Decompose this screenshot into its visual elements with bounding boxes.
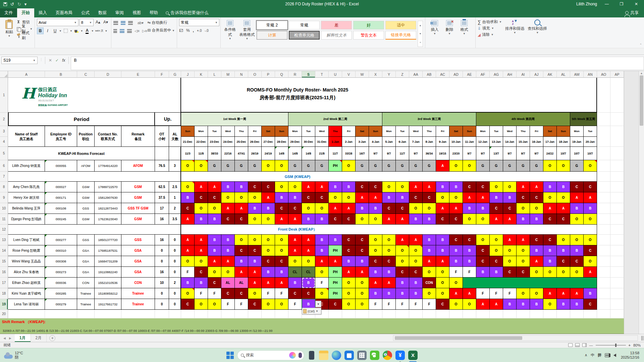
shift-cell-6-15[interactable]: G [369,160,382,172]
shift-cell-18-6[interactable]: O [248,288,262,299]
shift-cell-17-13[interactable]: O [342,278,356,288]
shift-cell-14-29[interactable]: B [557,245,570,256]
shift-cell-6-31[interactable]: O [584,160,597,172]
shift-cell-9-13[interactable]: O [342,192,356,203]
shift-cell-19-25[interactable]: B [503,299,517,310]
shift-cell-6-16[interactable]: G [382,160,396,172]
shift-cell-8-2[interactable]: A [195,182,208,192]
shift-cell-15-5[interactable]: B [235,256,248,267]
shift-cell-10-4[interactable]: A [221,203,235,214]
col-header-M[interactable]: M [221,71,235,78]
shift-cell-8-25[interactable]: O [503,182,517,192]
col-header-AJ[interactable]: AJ [530,71,543,78]
forecast-4[interactable]: 22/16 [221,147,235,160]
staff-id[interactable]: 000279 [45,299,77,310]
empty-cell[interactable] [597,147,610,160]
taskbar-utility-app[interactable] [357,351,367,360]
shift-cell-15-25[interactable]: O [503,256,517,267]
shift-cell-17-4[interactable]: AL [221,278,235,288]
shift-cell-11-31[interactable]: O [584,214,597,225]
staff-name[interactable]: Henry Xie 谢沃明 [8,192,45,203]
shift-cell-14-16[interactable]: O [382,245,396,256]
ribbon-tab-2[interactable]: 开始 [17,8,34,17]
col-header-S[interactable]: S [302,71,315,78]
shift-cell-19-26[interactable]: B [517,299,530,310]
col-header-X[interactable]: X [369,71,382,78]
staff-id[interactable]: 000245 [45,214,77,225]
shift-cell-9-19[interactable]: C [423,192,436,203]
row-header-8[interactable]: 8 [0,182,8,192]
shift-cell-6-17[interactable]: G [396,160,409,172]
shift-cell-19-27[interactable]: B [530,299,543,310]
ribbon-tab-8[interactable]: 视图 [128,8,145,17]
staff-contact[interactable]: 16684731209 [95,256,121,267]
close-button[interactable]: ✕ [631,2,641,6]
shift-cell-10-25[interactable]: C [503,203,517,214]
start-button[interactable] [226,352,234,359]
shift-cell-19-14[interactable]: O [356,299,369,310]
shift-cell-17-3[interactable]: C [208,278,221,288]
empty-cell[interactable] [248,310,262,318]
shift-cell-9-3[interactable]: C [208,192,221,203]
shift-cell-10-29[interactable]: A [557,203,570,214]
shift-cell-16-1[interactable]: F [181,267,195,278]
staff-ot[interactable]: 10 [155,278,169,288]
shift-cell-14-8[interactable]: O [275,245,288,256]
empty-cell[interactable] [610,299,624,310]
col-header-AC[interactable]: AC [436,71,449,78]
empty-cell[interactable] [597,310,610,318]
empty-cell[interactable] [530,310,543,318]
shift-cell-11-21[interactable]: C [449,214,463,225]
forecast-16[interactable]: 9/7 [382,147,396,160]
minimize-button[interactable]: — [602,2,612,6]
row-header-3[interactable]: 3 [0,126,8,137]
shift-cell-9-24[interactable]: B [490,192,503,203]
shift-cell-18-2[interactable]: F [195,288,208,299]
shift-cell-9-8[interactable]: B [275,192,288,203]
shift-cell-15-29[interactable]: C [557,256,570,267]
shift-cell-13-19[interactable]: B [423,235,436,245]
staff-contact[interactable]: 15812907630 [95,192,121,203]
shift-cell-13-4[interactable]: B [221,235,235,245]
shift-cell-13-25[interactable]: A [503,235,517,245]
taskbar-search[interactable]: 搜索 [237,350,304,360]
shift-cell-18-18[interactable]: B [409,288,423,299]
shift-cell-13-10[interactable]: A [302,235,315,245]
empty-cell[interactable] [610,203,624,214]
shift-cell-8-22[interactable]: C [463,182,476,192]
staff-al[interactable]: 2.5 [169,182,181,192]
shift-cell-14-9[interactable]: A [288,245,302,256]
staff-remark[interactable]: GSM [121,192,155,203]
empty-cell[interactable] [597,113,610,126]
leave-band[interactable] [463,278,597,288]
page-break-view-icon[interactable] [582,343,587,347]
shift-cell-10-11[interactable]: O [315,203,329,214]
shift-cell-14-1[interactable]: A [181,245,195,256]
staff-position[interactable]: Trainee [77,288,95,299]
empty-cell[interactable] [584,310,597,318]
shift-cell-9-20[interactable]: O [436,192,449,203]
accounting-format-icon[interactable]: 🗠 [179,28,183,33]
shift-cell-15-2[interactable]: O [195,256,208,267]
shift-cell-6-23[interactable]: G [476,160,490,172]
shift-cell-16-30[interactable]: O [570,267,584,278]
shift-cell-8-31[interactable]: C [584,182,597,192]
empty-cell[interactable] [382,310,396,318]
staff-al[interactable]: 0 [169,256,181,267]
staff-ot[interactable]: 16 [155,214,169,225]
col-header-AL[interactable]: AL [557,71,570,78]
shift-cell-16-13[interactable]: A [342,267,356,278]
shift-cell-15-4[interactable]: A [221,256,235,267]
shift-cell-19-28[interactable]: O [543,299,557,310]
col-header-G[interactable]: G [169,71,181,78]
shift-cell-9-29[interactable]: O [557,192,570,203]
shift-cell-13-7[interactable]: O [262,235,275,245]
shift-cell-18-11[interactable]: O [315,288,329,299]
tray-lang-indicator[interactable]: 中 [591,353,594,358]
row-header-20[interactable]: 20 [0,310,8,318]
shift-cell-17-19[interactable]: CON [423,278,436,288]
shift-cell-11-17[interactable]: A [396,214,409,225]
shift-cell-17-7[interactable]: A [262,278,275,288]
col-header-W[interactable]: W [356,71,369,78]
paste-options-button[interactable]: (Ctrl)▼ [302,308,321,314]
